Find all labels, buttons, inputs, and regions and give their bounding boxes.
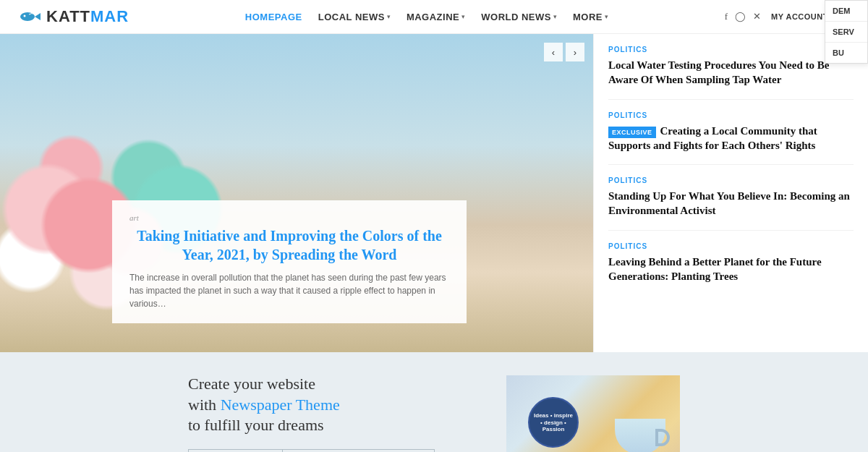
hero-prev-button[interactable]: ‹ xyxy=(544,43,563,61)
article-title-3[interactable]: Standing Up For What You Believe In: Bec… xyxy=(608,189,854,218)
hero-title[interactable]: Taking Initiative and Improving the Colo… xyxy=(129,226,449,264)
logo[interactable]: KATTMAR xyxy=(17,7,129,26)
hero-category: art xyxy=(129,213,449,222)
logo-fish-icon xyxy=(17,9,43,25)
chevron-down-icon: ▾ xyxy=(461,13,465,20)
main-nav: HOMEPAGE LOCAL NEWS ▾ MAGAZINE ▾ WORLD N… xyxy=(245,12,608,22)
nav-homepage[interactable]: HOMEPAGE xyxy=(245,12,302,22)
article-category-1: POLITICS xyxy=(608,46,854,54)
svg-point-2 xyxy=(24,15,26,17)
svg-marker-1 xyxy=(35,13,41,20)
banner-image: Ideas • inspire • design • Passion xyxy=(506,375,680,452)
nav-world-news[interactable]: WORLD NEWS ▾ xyxy=(481,12,557,22)
banner-inner: Create your website with Newspaper Theme… xyxy=(188,374,680,452)
header: KATTMAR HOMEPAGE LOCAL NEWS ▾ MAGAZINE ▾… xyxy=(0,0,868,34)
chevron-down-icon: ▾ xyxy=(553,13,557,20)
dropdown-item-bu[interactable]: BU xyxy=(825,43,867,63)
dropdown-item-dem[interactable]: DEM xyxy=(825,1,867,22)
banner-text: Create your website with Newspaper Theme… xyxy=(188,374,506,452)
hero-caption: art Taking Initiative and Improving the … xyxy=(112,200,467,323)
hero-section: ‹ › art Taking Initiative and Improving … xyxy=(0,34,593,352)
sidebar-article-4: POLITICS Leaving Behind a Better Planet … xyxy=(608,231,854,296)
banner-highlight: Newspaper Theme xyxy=(221,396,340,414)
chevron-down-icon: ▾ xyxy=(387,13,391,20)
main-content: ‹ › art Taking Initiative and Improving … xyxy=(0,34,868,352)
article-category-4: POLITICS xyxy=(608,242,854,250)
twitter-x-icon[interactable]: ✕ xyxy=(753,11,761,22)
banner-buttons: FIND OUT MORE START YOUR WEBSITE TODAY xyxy=(188,449,435,452)
article-title-4[interactable]: Leaving Behind a Better Planet for the F… xyxy=(608,255,854,284)
sidebar-article-3: POLITICS Standing Up For What You Believ… xyxy=(608,165,854,231)
nav-magazine[interactable]: MAGAZINE ▾ xyxy=(407,12,465,22)
nav-local-news[interactable]: LOCAL NEWS ▾ xyxy=(318,12,391,22)
teacup-decoration xyxy=(608,390,673,452)
social-icons: f ◯ ✕ xyxy=(725,11,761,22)
article-title-1[interactable]: Local Water Testing Procedures You Need … xyxy=(608,58,854,88)
dropdown-item-serv[interactable]: SERV xyxy=(825,22,867,43)
article-title-2[interactable]: EXCLUSIVECreating a Local Community that… xyxy=(608,124,854,153)
banner-section: Create your website with Newspaper Theme… xyxy=(0,352,868,452)
instagram-icon[interactable]: ◯ xyxy=(735,11,746,22)
banner-headline: Create your website with Newspaper Theme… xyxy=(188,374,492,436)
sidebar-article-2: POLITICS EXCLUSIVECreating a Local Commu… xyxy=(608,100,854,166)
hero-body: The increase in overall pollution that t… xyxy=(129,271,449,310)
my-account-link[interactable]: MY ACCOUNT xyxy=(771,12,828,21)
sidebar: POLITICS Local Water Testing Procedures … xyxy=(593,34,868,352)
nav-more[interactable]: MORE ▾ xyxy=(573,12,608,22)
dropdown-overlay: DEM SERV BU xyxy=(825,0,868,64)
banner-img-bg: Ideas • inspire • design • Passion xyxy=(506,375,680,452)
sidebar-article-1: POLITICS Local Water Testing Procedures … xyxy=(608,34,854,100)
hero-nav-arrows: ‹ › xyxy=(544,43,584,61)
facebook-icon[interactable]: f xyxy=(725,11,728,22)
article-category-2: POLITICS xyxy=(608,111,854,119)
exclusive-badge: EXCLUSIVE xyxy=(608,127,656,138)
teacup-handle xyxy=(655,429,670,446)
hero-next-button[interactable]: › xyxy=(566,43,584,61)
chevron-down-icon: ▾ xyxy=(605,13,608,20)
article-category-3: POLITICS xyxy=(608,176,854,184)
logo-text: KATTMAR xyxy=(46,7,129,26)
badge-circle: Ideas • inspire • design • Passion xyxy=(528,397,579,448)
